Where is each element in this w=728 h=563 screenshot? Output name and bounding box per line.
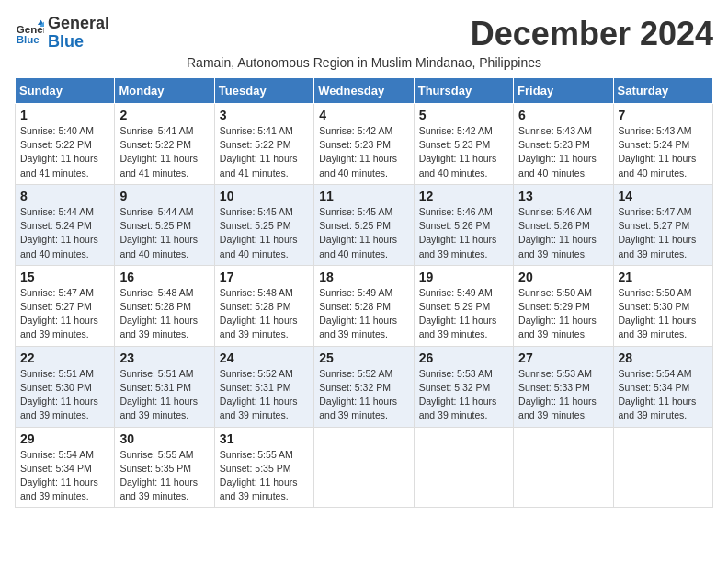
sunset-time: Sunset: 5:25 PM xyxy=(319,220,391,231)
sunrise-time: Sunrise: 5:54 AM xyxy=(20,449,94,460)
calendar-cell xyxy=(414,427,513,508)
sunrise-time: Sunrise: 5:49 AM xyxy=(319,287,392,298)
daylight-hours: Daylight: 11 hours and 39 minutes. xyxy=(518,396,597,420)
sunset-time: Sunset: 5:24 PM xyxy=(619,139,690,150)
day-number: 16 xyxy=(119,270,209,284)
calendar-cell: 10Sunrise: 5:45 AMSunset: 5:25 PMDayligh… xyxy=(214,184,313,265)
day-info: Sunrise: 5:54 AMSunset: 5:34 PMDaylight:… xyxy=(20,448,109,504)
calendar-cell: 8Sunrise: 5:44 AMSunset: 5:24 PMDaylight… xyxy=(16,184,115,265)
weekday-header-tuesday: Tuesday xyxy=(214,78,313,104)
daylight-hours: Daylight: 11 hours and 41 minutes. xyxy=(20,153,98,178)
day-info: Sunrise: 5:55 AMSunset: 5:35 PMDaylight:… xyxy=(220,448,309,504)
day-info: Sunrise: 5:40 AMSunset: 5:22 PMDaylight:… xyxy=(20,124,109,180)
weekday-header-thursday: Thursday xyxy=(414,78,513,104)
daylight-hours: Daylight: 11 hours and 39 minutes. xyxy=(419,315,497,339)
day-number: 8 xyxy=(20,189,109,203)
sunrise-time: Sunrise: 5:44 AM xyxy=(119,206,193,217)
day-number: 10 xyxy=(220,189,309,203)
daylight-hours: Daylight: 11 hours and 39 minutes. xyxy=(119,477,198,501)
sunset-time: Sunset: 5:29 PM xyxy=(419,301,491,312)
calendar-cell: 28Sunrise: 5:54 AMSunset: 5:34 PMDayligh… xyxy=(613,346,712,427)
day-number: 23 xyxy=(119,350,209,365)
calendar-cell: 21Sunrise: 5:50 AMSunset: 5:30 PMDayligh… xyxy=(613,265,712,346)
sunrise-time: Sunrise: 5:46 AM xyxy=(518,206,592,217)
day-number: 26 xyxy=(419,350,508,365)
calendar-cell: 19Sunrise: 5:49 AMSunset: 5:29 PMDayligh… xyxy=(414,265,513,346)
day-info: Sunrise: 5:42 AMSunset: 5:23 PMDaylight:… xyxy=(319,124,408,180)
calendar-cell: 15Sunrise: 5:47 AMSunset: 5:27 PMDayligh… xyxy=(16,265,115,346)
daylight-hours: Daylight: 11 hours and 39 minutes. xyxy=(518,234,597,259)
day-number: 14 xyxy=(619,189,708,203)
sunrise-time: Sunrise: 5:43 AM xyxy=(518,125,592,136)
calendar-cell: 2Sunrise: 5:41 AMSunset: 5:22 PMDaylight… xyxy=(115,104,214,185)
day-number: 21 xyxy=(619,270,708,284)
daylight-hours: Daylight: 11 hours and 39 minutes. xyxy=(419,234,497,259)
day-info: Sunrise: 5:47 AMSunset: 5:27 PMDaylight:… xyxy=(20,286,109,342)
day-info: Sunrise: 5:50 AMSunset: 5:29 PMDaylight:… xyxy=(518,286,608,342)
daylight-hours: Daylight: 11 hours and 39 minutes. xyxy=(619,315,697,339)
day-number: 9 xyxy=(119,189,209,203)
sunrise-time: Sunrise: 5:47 AM xyxy=(619,206,692,217)
day-number: 13 xyxy=(518,189,608,203)
sunset-time: Sunset: 5:23 PM xyxy=(518,139,590,150)
daylight-hours: Daylight: 11 hours and 39 minutes. xyxy=(319,315,397,339)
daylight-hours: Daylight: 11 hours and 41 minutes. xyxy=(220,153,298,178)
daylight-hours: Daylight: 11 hours and 40 minutes. xyxy=(518,153,597,178)
calendar-cell: 1Sunrise: 5:40 AMSunset: 5:22 PMDaylight… xyxy=(16,104,115,185)
daylight-hours: Daylight: 11 hours and 39 minutes. xyxy=(220,315,298,339)
day-info: Sunrise: 5:41 AMSunset: 5:22 PMDaylight:… xyxy=(220,124,309,180)
sunrise-time: Sunrise: 5:45 AM xyxy=(319,206,392,217)
day-info: Sunrise: 5:45 AMSunset: 5:25 PMDaylight:… xyxy=(319,205,408,261)
sunset-time: Sunset: 5:22 PM xyxy=(119,139,191,150)
sunset-time: Sunset: 5:26 PM xyxy=(518,220,590,231)
day-number: 29 xyxy=(20,431,109,446)
sunset-time: Sunset: 5:23 PM xyxy=(319,139,391,150)
sunrise-time: Sunrise: 5:52 AM xyxy=(220,368,293,379)
sunrise-time: Sunrise: 5:48 AM xyxy=(119,287,193,298)
calendar-cell xyxy=(314,427,414,508)
logo: General Blue General Blue xyxy=(15,15,109,52)
calendar-week-row: 22Sunrise: 5:51 AMSunset: 5:30 PMDayligh… xyxy=(16,346,713,427)
calendar-week-row: 15Sunrise: 5:47 AMSunset: 5:27 PMDayligh… xyxy=(16,265,713,346)
sunset-time: Sunset: 5:27 PM xyxy=(619,220,690,231)
day-number: 11 xyxy=(319,189,408,203)
sunset-time: Sunset: 5:28 PM xyxy=(319,301,391,312)
weekday-header-monday: Monday xyxy=(115,78,214,104)
day-info: Sunrise: 5:51 AMSunset: 5:31 PMDaylight:… xyxy=(119,367,209,423)
sunset-time: Sunset: 5:35 PM xyxy=(119,463,191,474)
sunrise-time: Sunrise: 5:42 AM xyxy=(319,125,392,136)
day-number: 17 xyxy=(220,270,309,284)
day-number: 12 xyxy=(419,189,508,203)
sunrise-time: Sunrise: 5:43 AM xyxy=(619,125,692,136)
day-info: Sunrise: 5:51 AMSunset: 5:30 PMDaylight:… xyxy=(20,367,109,423)
svg-text:Blue: Blue xyxy=(17,33,40,44)
calendar-cell xyxy=(613,427,712,508)
logo-general: General xyxy=(48,15,109,33)
calendar-table: SundayMondayTuesdayWednesdayThursdayFrid… xyxy=(15,77,713,508)
calendar-cell: 25Sunrise: 5:52 AMSunset: 5:32 PMDayligh… xyxy=(314,346,414,427)
day-number: 7 xyxy=(619,108,708,122)
day-info: Sunrise: 5:54 AMSunset: 5:34 PMDaylight:… xyxy=(619,367,708,423)
day-info: Sunrise: 5:47 AMSunset: 5:27 PMDaylight:… xyxy=(619,205,708,261)
sunrise-time: Sunrise: 5:40 AM xyxy=(20,125,94,136)
weekday-header-sunday: Sunday xyxy=(16,78,115,104)
day-info: Sunrise: 5:46 AMSunset: 5:26 PMDaylight:… xyxy=(518,205,608,261)
calendar-cell: 17Sunrise: 5:48 AMSunset: 5:28 PMDayligh… xyxy=(214,265,313,346)
day-number: 4 xyxy=(319,108,408,122)
day-info: Sunrise: 5:43 AMSunset: 5:24 PMDaylight:… xyxy=(619,124,708,180)
day-info: Sunrise: 5:53 AMSunset: 5:33 PMDaylight:… xyxy=(518,367,608,423)
daylight-hours: Daylight: 11 hours and 39 minutes. xyxy=(20,315,98,339)
daylight-hours: Daylight: 11 hours and 39 minutes. xyxy=(220,396,298,420)
day-number: 6 xyxy=(518,108,608,122)
day-info: Sunrise: 5:46 AMSunset: 5:26 PMDaylight:… xyxy=(419,205,508,261)
sunset-time: Sunset: 5:32 PM xyxy=(319,382,391,393)
calendar-cell: 14Sunrise: 5:47 AMSunset: 5:27 PMDayligh… xyxy=(613,184,712,265)
sunset-time: Sunset: 5:23 PM xyxy=(419,139,491,150)
daylight-hours: Daylight: 11 hours and 39 minutes. xyxy=(119,396,198,420)
calendar-cell xyxy=(514,427,613,508)
sunset-time: Sunset: 5:25 PM xyxy=(119,220,191,231)
daylight-hours: Daylight: 11 hours and 39 minutes. xyxy=(619,396,697,420)
daylight-hours: Daylight: 11 hours and 40 minutes. xyxy=(20,234,98,259)
day-number: 30 xyxy=(119,431,209,446)
day-number: 31 xyxy=(220,431,309,446)
